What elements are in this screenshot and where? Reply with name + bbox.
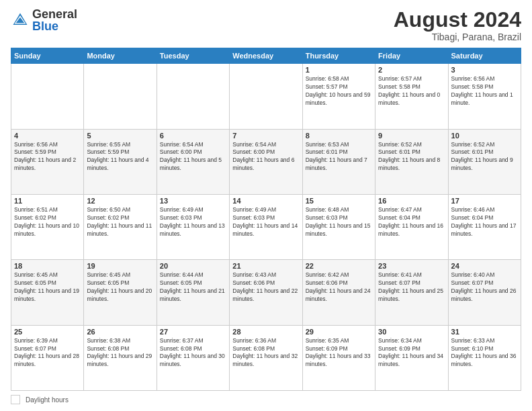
day-number: 24 bbox=[451, 262, 518, 270]
table-row: 27Sunrise: 6:37 AMSunset: 6:08 PMDayligh… bbox=[157, 325, 229, 390]
table-row: 10Sunrise: 6:52 AMSunset: 6:01 PMDayligh… bbox=[448, 129, 521, 194]
table-row: 19Sunrise: 6:45 AMSunset: 6:05 PMDayligh… bbox=[84, 260, 157, 325]
table-row: 13Sunrise: 6:49 AMSunset: 6:03 PMDayligh… bbox=[157, 194, 229, 259]
table-row: 14Sunrise: 6:49 AMSunset: 6:03 PMDayligh… bbox=[230, 194, 302, 259]
day-number: 4 bbox=[14, 132, 81, 140]
header-row: Sunday Monday Tuesday Wednesday Thursday… bbox=[11, 48, 521, 64]
day-info: Sunrise: 6:42 AMSunset: 6:06 PMDaylight:… bbox=[306, 271, 372, 304]
logo-blue-text: Blue bbox=[32, 20, 77, 32]
day-number: 14 bbox=[232, 197, 299, 205]
day-info: Sunrise: 6:51 AMSunset: 6:02 PMDaylight:… bbox=[14, 206, 81, 238]
day-info: Sunrise: 6:45 AMSunset: 6:05 PMDaylight:… bbox=[14, 271, 81, 304]
table-row: 1Sunrise: 6:58 AMSunset: 5:57 PMDaylight… bbox=[302, 64, 375, 129]
table-row: 4Sunrise: 6:56 AMSunset: 5:59 PMDaylight… bbox=[11, 129, 84, 194]
day-number: 12 bbox=[87, 197, 153, 205]
day-number: 19 bbox=[87, 262, 153, 270]
week-row-2: 11Sunrise: 6:51 AMSunset: 6:02 PMDayligh… bbox=[11, 194, 521, 259]
table-row: 29Sunrise: 6:35 AMSunset: 6:09 PMDayligh… bbox=[302, 325, 375, 390]
table-row: 26Sunrise: 6:38 AMSunset: 6:08 PMDayligh… bbox=[84, 325, 157, 390]
table-row: 8Sunrise: 6:53 AMSunset: 6:01 PMDaylight… bbox=[302, 129, 375, 194]
day-number: 25 bbox=[14, 328, 81, 336]
day-info: Sunrise: 6:36 AMSunset: 6:08 PMDaylight:… bbox=[232, 337, 299, 369]
day-info: Sunrise: 6:57 AMSunset: 5:58 PMDaylight:… bbox=[378, 75, 445, 107]
table-row: 22Sunrise: 6:42 AMSunset: 6:06 PMDayligh… bbox=[302, 260, 375, 325]
table-row: 2Sunrise: 6:57 AMSunset: 5:58 PMDaylight… bbox=[375, 64, 448, 129]
col-wednesday: Wednesday bbox=[230, 48, 302, 64]
day-info: Sunrise: 6:39 AMSunset: 6:07 PMDaylight:… bbox=[14, 337, 81, 369]
day-number: 16 bbox=[378, 197, 445, 205]
logo-icon bbox=[11, 11, 30, 30]
day-info: Sunrise: 6:48 AMSunset: 6:03 PMDaylight:… bbox=[306, 206, 372, 238]
table-row: 17Sunrise: 6:46 AMSunset: 6:04 PMDayligh… bbox=[448, 194, 521, 259]
day-info: Sunrise: 6:49 AMSunset: 6:03 PMDaylight:… bbox=[232, 206, 299, 238]
location-text: Tibagi, Parana, Brazil bbox=[394, 32, 521, 42]
day-number: 27 bbox=[160, 328, 226, 336]
day-number: 10 bbox=[451, 132, 518, 140]
day-info: Sunrise: 6:46 AMSunset: 6:04 PMDaylight:… bbox=[451, 206, 518, 238]
logo-general-text: General bbox=[32, 8, 77, 20]
day-info: Sunrise: 6:52 AMSunset: 6:01 PMDaylight:… bbox=[378, 141, 445, 173]
col-tuesday: Tuesday bbox=[157, 48, 229, 64]
day-info: Sunrise: 6:54 AMSunset: 6:00 PMDaylight:… bbox=[232, 141, 299, 173]
table-row: 7Sunrise: 6:54 AMSunset: 6:00 PMDaylight… bbox=[230, 129, 302, 194]
day-number: 29 bbox=[306, 328, 372, 336]
table-row: 11Sunrise: 6:51 AMSunset: 6:02 PMDayligh… bbox=[11, 194, 84, 259]
title-section: August 2024 Tibagi, Parana, Brazil bbox=[394, 8, 521, 42]
table-row bbox=[11, 64, 84, 129]
table-row: 5Sunrise: 6:55 AMSunset: 5:59 PMDaylight… bbox=[84, 129, 157, 194]
table-row bbox=[230, 64, 302, 129]
day-info: Sunrise: 6:54 AMSunset: 6:00 PMDaylight:… bbox=[160, 141, 226, 173]
day-number: 18 bbox=[14, 262, 81, 270]
day-number: 26 bbox=[87, 328, 153, 336]
day-number: 2 bbox=[378, 66, 445, 74]
day-info: Sunrise: 6:38 AMSunset: 6:08 PMDaylight:… bbox=[87, 337, 153, 369]
daylight-box bbox=[11, 395, 20, 404]
day-number: 9 bbox=[378, 132, 445, 140]
day-number: 30 bbox=[378, 328, 445, 336]
day-info: Sunrise: 6:41 AMSunset: 6:07 PMDaylight:… bbox=[378, 271, 445, 304]
day-info: Sunrise: 6:58 AMSunset: 5:57 PMDaylight:… bbox=[306, 75, 372, 107]
table-row: 21Sunrise: 6:43 AMSunset: 6:06 PMDayligh… bbox=[230, 260, 302, 325]
day-info: Sunrise: 6:44 AMSunset: 6:05 PMDaylight:… bbox=[160, 271, 226, 304]
day-info: Sunrise: 6:47 AMSunset: 6:04 PMDaylight:… bbox=[378, 206, 445, 238]
day-number: 8 bbox=[306, 132, 372, 140]
day-info: Sunrise: 6:40 AMSunset: 6:07 PMDaylight:… bbox=[451, 271, 518, 304]
day-info: Sunrise: 6:37 AMSunset: 6:08 PMDaylight:… bbox=[160, 337, 226, 369]
table-row: 24Sunrise: 6:40 AMSunset: 6:07 PMDayligh… bbox=[448, 260, 521, 325]
day-number: 22 bbox=[306, 262, 372, 270]
week-row-1: 4Sunrise: 6:56 AMSunset: 5:59 PMDaylight… bbox=[11, 129, 521, 194]
week-row-4: 25Sunrise: 6:39 AMSunset: 6:07 PMDayligh… bbox=[11, 325, 521, 390]
header: General Blue August 2024 Tibagi, Parana,… bbox=[11, 8, 521, 42]
daylight-label: Daylight hours bbox=[26, 396, 69, 404]
table-row: 28Sunrise: 6:36 AMSunset: 6:08 PMDayligh… bbox=[230, 325, 302, 390]
day-number: 3 bbox=[451, 66, 518, 74]
day-number: 21 bbox=[232, 262, 299, 270]
day-info: Sunrise: 6:50 AMSunset: 6:02 PMDaylight:… bbox=[87, 206, 153, 238]
table-row: 31Sunrise: 6:33 AMSunset: 6:10 PMDayligh… bbox=[448, 325, 521, 390]
table-row: 9Sunrise: 6:52 AMSunset: 6:01 PMDaylight… bbox=[375, 129, 448, 194]
day-info: Sunrise: 6:56 AMSunset: 5:58 PMDaylight:… bbox=[451, 75, 518, 107]
table-row: 25Sunrise: 6:39 AMSunset: 6:07 PMDayligh… bbox=[11, 325, 84, 390]
day-info: Sunrise: 6:53 AMSunset: 6:01 PMDaylight:… bbox=[306, 141, 372, 173]
day-number: 13 bbox=[160, 197, 226, 205]
day-number: 23 bbox=[378, 262, 445, 270]
day-number: 28 bbox=[232, 328, 299, 336]
page: General Blue August 2024 Tibagi, Parana,… bbox=[0, 0, 532, 411]
day-number: 20 bbox=[160, 262, 226, 270]
logo-text: General Blue bbox=[32, 8, 77, 32]
footer: Daylight hours bbox=[11, 395, 521, 404]
day-info: Sunrise: 6:56 AMSunset: 5:59 PMDaylight:… bbox=[14, 141, 81, 173]
table-row bbox=[84, 64, 157, 129]
table-row: 18Sunrise: 6:45 AMSunset: 6:05 PMDayligh… bbox=[11, 260, 84, 325]
day-number: 5 bbox=[87, 132, 153, 140]
table-row: 6Sunrise: 6:54 AMSunset: 6:00 PMDaylight… bbox=[157, 129, 229, 194]
logo: General Blue bbox=[11, 8, 77, 32]
calendar-table: Sunday Monday Tuesday Wednesday Thursday… bbox=[11, 48, 521, 391]
table-row: 12Sunrise: 6:50 AMSunset: 6:02 PMDayligh… bbox=[84, 194, 157, 259]
table-row: 30Sunrise: 6:34 AMSunset: 6:09 PMDayligh… bbox=[375, 325, 448, 390]
day-number: 17 bbox=[451, 197, 518, 205]
day-info: Sunrise: 6:55 AMSunset: 5:59 PMDaylight:… bbox=[87, 141, 153, 173]
table-row: 16Sunrise: 6:47 AMSunset: 6:04 PMDayligh… bbox=[375, 194, 448, 259]
day-info: Sunrise: 6:49 AMSunset: 6:03 PMDaylight:… bbox=[160, 206, 226, 238]
day-number: 11 bbox=[14, 197, 81, 205]
